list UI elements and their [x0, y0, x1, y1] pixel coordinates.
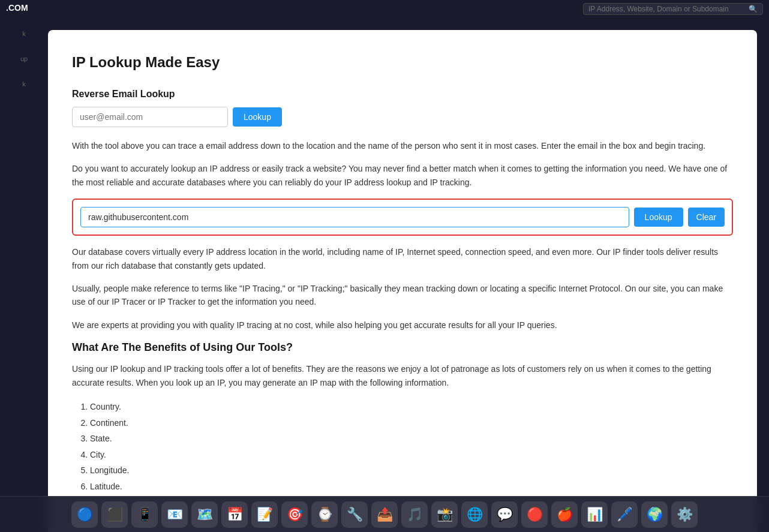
logo: .COM: [6, 3, 28, 13]
body-text-1: With the tool above you can trace a emai…: [72, 139, 733, 152]
top-search-container[interactable]: 🔍: [583, 3, 763, 15]
dock-watch[interactable]: ⌚: [311, 501, 338, 528]
taskbar: 🔵 ⬛ 📱 📧 🗺️ 📅 📝 🎯 ⌚ 🔧 📤 🎵 📸 🌐 💬 🔴 🍎 📊 🖊️ …: [0, 496, 769, 532]
email-lookup-button[interactable]: Lookup: [233, 107, 282, 127]
ip-search-box: Lookup Clear: [72, 199, 733, 236]
email-input[interactable]: [72, 107, 228, 127]
list-item: Longitude.: [90, 462, 733, 479]
sidebar-item-k2[interactable]: k: [22, 80, 26, 88]
email-section-title: Reverse Email Lookup: [72, 89, 733, 100]
url-input[interactable]: [80, 207, 629, 227]
benefits-list: Country. Continent. State. City. Longitu…: [72, 399, 733, 495]
dock-finder[interactable]: 🔵: [71, 501, 98, 528]
sidebar-label-up: up: [20, 55, 28, 62]
dock-app1[interactable]: 🍎: [551, 501, 578, 528]
list-item: State.: [90, 431, 733, 447]
dock-red-app[interactable]: 🔴: [521, 501, 548, 528]
sidebar-label-k2: k: [22, 80, 26, 88]
content-area: IP Lookup Made Easy Reverse Email Lookup…: [48, 30, 757, 532]
dock-stats[interactable]: 📊: [581, 501, 608, 528]
dock-tools[interactable]: 🔧: [341, 501, 368, 528]
ip-lookup-button[interactable]: Lookup: [634, 208, 683, 227]
list-item: Country.: [90, 399, 733, 415]
dock-chat[interactable]: 💬: [491, 501, 518, 528]
search-icon: 🔍: [749, 5, 758, 13]
dock-messages[interactable]: 📱: [131, 501, 158, 528]
benefits-title: What Are The Benefits of Using Our Tools…: [72, 341, 733, 354]
sidebar-item-k[interactable]: k: [22, 30, 26, 37]
top-search-input[interactable]: [588, 5, 749, 13]
email-lookup-row: Lookup: [72, 107, 733, 127]
dock-launchpad[interactable]: ⬛: [101, 501, 128, 528]
dock-reminders[interactable]: 🎯: [281, 501, 308, 528]
dock-share[interactable]: 📤: [371, 501, 398, 528]
dock-settings[interactable]: ⚙️: [671, 501, 698, 528]
sidebar-item-up[interactable]: up: [20, 55, 28, 62]
dock-mail[interactable]: 📧: [161, 501, 188, 528]
body-text-3: Our database covers virtually every IP a…: [72, 245, 733, 272]
body-text-4: Usually, people make reference to terms …: [72, 282, 733, 309]
dock-music[interactable]: 🎵: [401, 501, 428, 528]
clear-button[interactable]: Clear: [688, 208, 725, 227]
dock-notes[interactable]: 📝: [251, 501, 278, 528]
list-item: City.: [90, 447, 733, 463]
dock-calendar[interactable]: 📅: [221, 501, 248, 528]
dock-edit[interactable]: 🖊️: [611, 501, 638, 528]
body-text-2: Do you want to accurately lookup an IP a…: [72, 162, 733, 189]
sidebar: k up k: [0, 18, 48, 532]
dock-vpn[interactable]: 🌍: [641, 501, 668, 528]
body-text-5: We are experts at providing you with qua…: [72, 318, 733, 332]
sidebar-label-k: k: [22, 30, 26, 37]
list-item: Latitude.: [90, 479, 733, 495]
page-title: IP Lookup Made Easy: [72, 54, 733, 71]
benefits-intro: Using our IP lookup and IP tracking tool…: [72, 362, 733, 389]
list-item: Continent.: [90, 415, 733, 431]
top-bar: .COM 🔍: [0, 0, 769, 18]
dock-browser[interactable]: 🌐: [461, 501, 488, 528]
dock-maps[interactable]: 🗺️: [191, 501, 218, 528]
dock-photos[interactable]: 📸: [431, 501, 458, 528]
main-wrapper: k up k IP Lookup Made Easy Reverse Email…: [0, 18, 769, 532]
